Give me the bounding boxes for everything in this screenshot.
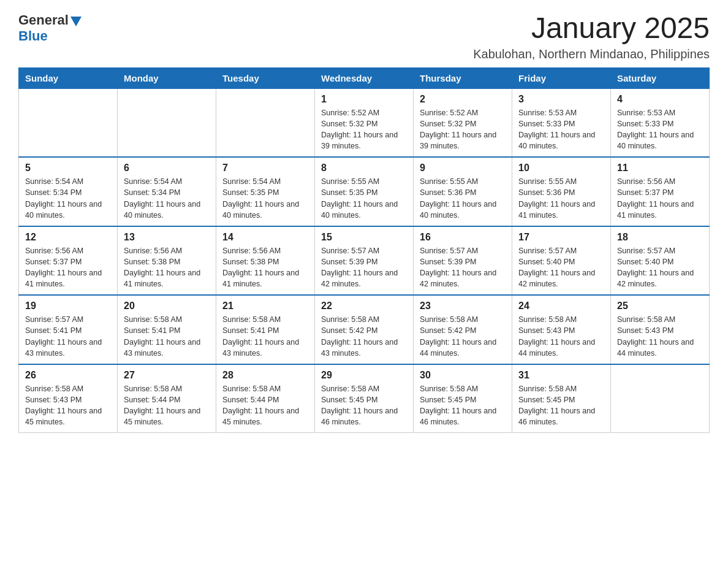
calendar-cell: 18Sunrise: 5:57 AMSunset: 5:40 PMDayligh… — [611, 226, 710, 296]
day-number: 8 — [321, 163, 407, 174]
calendar-cell: 11Sunrise: 5:56 AMSunset: 5:37 PMDayligh… — [611, 157, 710, 226]
day-info: Sunrise: 5:55 AMSunset: 5:36 PMDaylight:… — [420, 176, 506, 221]
calendar-cell: 4Sunrise: 5:53 AMSunset: 5:33 PMDaylight… — [611, 88, 710, 157]
logo-triangle-icon — [70, 17, 82, 26]
day-number: 20 — [124, 301, 210, 312]
week-row-2: 5Sunrise: 5:54 AMSunset: 5:34 PMDaylight… — [19, 157, 710, 226]
calendar-subtitle: Kabulohan, Northern Mindanao, Philippine… — [473, 47, 710, 61]
day-info: Sunrise: 5:58 AMSunset: 5:41 PMDaylight:… — [222, 314, 308, 359]
week-row-4: 19Sunrise: 5:57 AMSunset: 5:41 PMDayligh… — [19, 295, 710, 364]
day-number: 12 — [25, 232, 111, 243]
day-number: 5 — [25, 163, 111, 174]
calendar-cell: 22Sunrise: 5:58 AMSunset: 5:42 PMDayligh… — [315, 295, 414, 364]
day-info: Sunrise: 5:57 AMSunset: 5:40 PMDaylight:… — [617, 245, 703, 290]
logo: General Blue — [18, 12, 82, 44]
day-number: 31 — [518, 370, 604, 381]
calendar-cell: 27Sunrise: 5:58 AMSunset: 5:44 PMDayligh… — [118, 364, 216, 433]
day-info: Sunrise: 5:54 AMSunset: 5:34 PMDaylight:… — [124, 176, 210, 221]
day-info: Sunrise: 5:52 AMSunset: 5:32 PMDaylight:… — [321, 107, 407, 152]
day-number: 25 — [617, 301, 703, 312]
calendar-cell: 24Sunrise: 5:58 AMSunset: 5:43 PMDayligh… — [512, 295, 611, 364]
day-info: Sunrise: 5:57 AMSunset: 5:41 PMDaylight:… — [25, 314, 111, 359]
calendar-cell: 31Sunrise: 5:58 AMSunset: 5:45 PMDayligh… — [512, 364, 611, 433]
col-header-thursday: Thursday — [414, 67, 512, 88]
day-info: Sunrise: 5:57 AMSunset: 5:39 PMDaylight:… — [420, 245, 506, 290]
week-row-5: 26Sunrise: 5:58 AMSunset: 5:43 PMDayligh… — [19, 364, 710, 433]
calendar-cell: 16Sunrise: 5:57 AMSunset: 5:39 PMDayligh… — [414, 226, 512, 296]
calendar-cell: 3Sunrise: 5:53 AMSunset: 5:33 PMDaylight… — [512, 88, 611, 157]
page-header: General Blue January 2025 Kabulohan, Nor… — [18, 12, 710, 61]
day-number: 19 — [25, 301, 111, 312]
day-info: Sunrise: 5:58 AMSunset: 5:41 PMDaylight:… — [124, 314, 210, 359]
calendar-cell: 15Sunrise: 5:57 AMSunset: 5:39 PMDayligh… — [315, 226, 414, 296]
col-header-wednesday: Wednesday — [315, 67, 414, 88]
day-info: Sunrise: 5:55 AMSunset: 5:36 PMDaylight:… — [518, 176, 604, 221]
calendar-cell: 25Sunrise: 5:58 AMSunset: 5:43 PMDayligh… — [611, 295, 710, 364]
day-number: 7 — [222, 163, 308, 174]
calendar-cell: 30Sunrise: 5:58 AMSunset: 5:45 PMDayligh… — [414, 364, 512, 433]
day-number: 27 — [124, 370, 210, 381]
day-number: 3 — [518, 94, 604, 105]
day-info: Sunrise: 5:58 AMSunset: 5:45 PMDaylight:… — [420, 383, 506, 428]
day-number: 14 — [222, 232, 308, 243]
day-number: 28 — [222, 370, 308, 381]
day-number: 11 — [617, 163, 703, 174]
day-number: 29 — [321, 370, 407, 381]
calendar-cell: 5Sunrise: 5:54 AMSunset: 5:34 PMDaylight… — [19, 157, 118, 226]
calendar-cell: 12Sunrise: 5:56 AMSunset: 5:37 PMDayligh… — [19, 226, 118, 296]
day-info: Sunrise: 5:57 AMSunset: 5:40 PMDaylight:… — [518, 245, 604, 290]
day-info: Sunrise: 5:56 AMSunset: 5:38 PMDaylight:… — [124, 245, 210, 290]
col-header-monday: Monday — [118, 67, 216, 88]
day-info: Sunrise: 5:58 AMSunset: 5:43 PMDaylight:… — [518, 314, 604, 359]
day-number: 18 — [617, 232, 703, 243]
calendar-cell: 23Sunrise: 5:58 AMSunset: 5:42 PMDayligh… — [414, 295, 512, 364]
week-row-1: 1Sunrise: 5:52 AMSunset: 5:32 PMDaylight… — [19, 88, 710, 157]
calendar-cell: 2Sunrise: 5:52 AMSunset: 5:32 PMDaylight… — [414, 88, 512, 157]
title-section: January 2025 Kabulohan, Northern Mindana… — [473, 12, 710, 61]
col-header-saturday: Saturday — [611, 67, 710, 88]
calendar-cell: 20Sunrise: 5:58 AMSunset: 5:41 PMDayligh… — [118, 295, 216, 364]
calendar-cell: 19Sunrise: 5:57 AMSunset: 5:41 PMDayligh… — [19, 295, 118, 364]
col-header-sunday: Sunday — [19, 67, 118, 88]
calendar-cell: 28Sunrise: 5:58 AMSunset: 5:44 PMDayligh… — [216, 364, 315, 433]
calendar-cell — [118, 88, 216, 157]
day-info: Sunrise: 5:58 AMSunset: 5:42 PMDaylight:… — [321, 314, 407, 359]
calendar-cell — [19, 88, 118, 157]
calendar-cell: 7Sunrise: 5:54 AMSunset: 5:35 PMDaylight… — [216, 157, 315, 226]
day-number: 30 — [420, 370, 506, 381]
day-info: Sunrise: 5:57 AMSunset: 5:39 PMDaylight:… — [321, 245, 407, 290]
calendar-cell: 14Sunrise: 5:56 AMSunset: 5:38 PMDayligh… — [216, 226, 315, 296]
calendar-cell: 17Sunrise: 5:57 AMSunset: 5:40 PMDayligh… — [512, 226, 611, 296]
calendar-title: January 2025 — [473, 12, 710, 45]
day-number: 2 — [420, 94, 506, 105]
column-headers: SundayMondayTuesdayWednesdayThursdayFrid… — [19, 67, 710, 88]
calendar-cell: 26Sunrise: 5:58 AMSunset: 5:43 PMDayligh… — [19, 364, 118, 433]
day-info: Sunrise: 5:53 AMSunset: 5:33 PMDaylight:… — [617, 107, 703, 152]
day-info: Sunrise: 5:52 AMSunset: 5:32 PMDaylight:… — [420, 107, 506, 152]
calendar-cell: 21Sunrise: 5:58 AMSunset: 5:41 PMDayligh… — [216, 295, 315, 364]
day-number: 1 — [321, 94, 407, 105]
col-header-friday: Friday — [512, 67, 611, 88]
day-info: Sunrise: 5:58 AMSunset: 5:44 PMDaylight:… — [222, 383, 308, 428]
day-number: 9 — [420, 163, 506, 174]
day-number: 16 — [420, 232, 506, 243]
day-info: Sunrise: 5:58 AMSunset: 5:43 PMDaylight:… — [25, 383, 111, 428]
day-info: Sunrise: 5:54 AMSunset: 5:35 PMDaylight:… — [222, 176, 308, 221]
day-info: Sunrise: 5:54 AMSunset: 5:34 PMDaylight:… — [25, 176, 111, 221]
day-number: 10 — [518, 163, 604, 174]
col-header-tuesday: Tuesday — [216, 67, 315, 88]
calendar-table: SundayMondayTuesdayWednesdayThursdayFrid… — [18, 67, 710, 434]
calendar-cell: 29Sunrise: 5:58 AMSunset: 5:45 PMDayligh… — [315, 364, 414, 433]
day-info: Sunrise: 5:58 AMSunset: 5:42 PMDaylight:… — [420, 314, 506, 359]
day-number: 13 — [124, 232, 210, 243]
day-number: 24 — [518, 301, 604, 312]
calendar-cell: 6Sunrise: 5:54 AMSunset: 5:34 PMDaylight… — [118, 157, 216, 226]
logo-blue: Blue — [18, 28, 48, 44]
day-number: 15 — [321, 232, 407, 243]
day-number: 21 — [222, 301, 308, 312]
day-number: 23 — [420, 301, 506, 312]
day-number: 22 — [321, 301, 407, 312]
day-number: 17 — [518, 232, 604, 243]
day-number: 6 — [124, 163, 210, 174]
day-number: 4 — [617, 94, 703, 105]
